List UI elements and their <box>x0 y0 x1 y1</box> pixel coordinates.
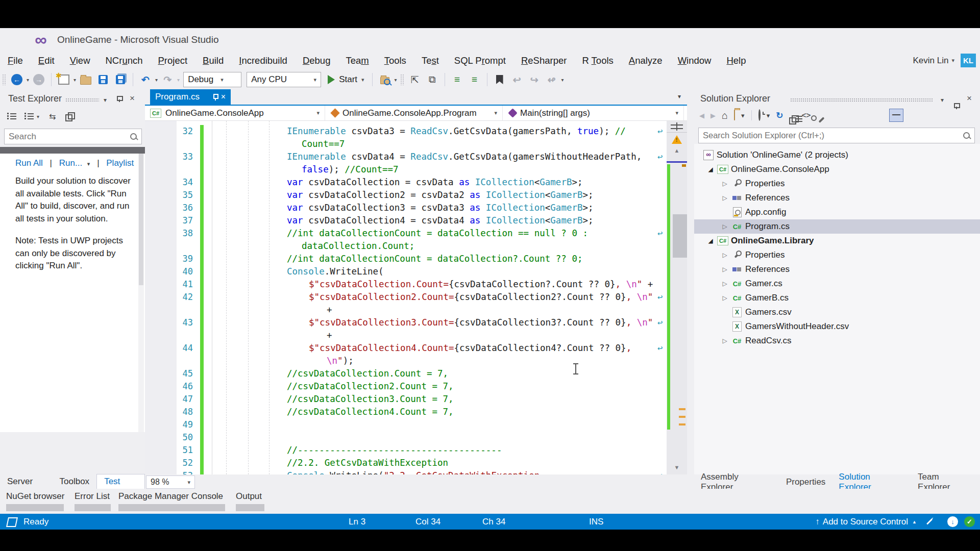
solution-platform-dropdown[interactable]: Any CPU▾ <box>247 72 321 87</box>
menu-help[interactable]: Help <box>719 51 753 70</box>
code-line-45[interactable]: 45//csvDataCollection.Count = 7, <box>145 367 667 380</box>
menu-debug[interactable]: Debug <box>295 51 338 70</box>
filter-dropdown-icon[interactable]: ▾ <box>767 112 770 119</box>
open-file-button[interactable] <box>80 73 92 86</box>
menu-team[interactable]: Team <box>338 51 376 70</box>
menu-project[interactable]: Project <box>151 51 195 70</box>
solution-configuration-dropdown[interactable]: Debug▾ <box>183 72 241 87</box>
code-line-53[interactable]: 53Console.WriteLine("2.2. GetCsvDataWith… <box>145 469 667 474</box>
code-line-40[interactable]: 40Console.WriteLine( <box>145 265 667 278</box>
view-code-button[interactable]: <> <box>801 111 811 120</box>
split-window-handle[interactable] <box>667 122 687 133</box>
redo-button[interactable]: ↷ <box>161 73 174 86</box>
menu-incredibuild[interactable]: Incredibuild <box>231 51 295 70</box>
start-debug-button[interactable]: Start ▾ <box>328 74 364 85</box>
menu-ncrunch[interactable]: NCrunch <box>98 51 151 70</box>
menu-tools[interactable]: Tools <box>377 51 414 70</box>
code-line-37[interactable]: 37var csvDataCollection4 = csvData4 as I… <box>145 214 667 227</box>
user-avatar[interactable]: KL <box>961 54 976 67</box>
expander-collapsed-icon[interactable]: ▷ <box>719 223 731 230</box>
toggle-bookmark-button[interactable] <box>494 73 506 86</box>
notifications-icon[interactable]: ↓ <box>947 516 958 527</box>
find-in-files-button[interactable] <box>379 73 391 86</box>
scrollbar-thumb[interactable] <box>139 154 143 285</box>
test-explorer-windows-button[interactable] <box>65 110 74 123</box>
switch-views-dropdown-icon[interactable]: ▾ <box>741 112 745 119</box>
playlist-link[interactable]: Playlist : All <box>106 158 137 168</box>
code-line-48[interactable]: 48//csvDataCollection4.Count = 7, <box>145 406 667 418</box>
code-line-47[interactable]: 47//csvDataCollection3.Count = 7, <box>145 393 667 406</box>
run-link[interactable]: Run... <box>59 158 82 168</box>
menu-edit[interactable]: Edit <box>31 51 62 70</box>
code-line-43[interactable]: 43$"csvDataCollection3.Count={csvDataCol… <box>145 316 667 329</box>
tree-item-readcsv-cs[interactable]: ▷C#ReadCsv.cs <box>694 334 980 348</box>
project-dropdown[interactable]: C# OnlineGame.ConsoleApp ▾ <box>145 106 325 120</box>
code-line-50[interactable]: 50 <box>145 431 667 444</box>
sync-status-icon[interactable]: ✓ <box>964 516 975 527</box>
code-line-wrap[interactable]: dataCollection.Count; <box>145 240 667 253</box>
menu-window[interactable]: Window <box>670 51 719 70</box>
solution-explorer-drag-dots[interactable] <box>790 98 933 102</box>
solution-explorer-close-icon[interactable]: × <box>967 95 972 102</box>
navigate-forward-button[interactable]: → <box>33 73 45 86</box>
forward-button[interactable]: ▶ <box>710 112 716 119</box>
scroll-up-icon[interactable]: ▲ <box>667 147 687 154</box>
expander-collapsed-icon[interactable]: ▷ <box>719 180 731 187</box>
code-line-34[interactable]: 34var csvDataCollection = csvData as ICo… <box>145 176 667 189</box>
tab-properties[interactable]: Properties <box>779 477 832 487</box>
save-all-button[interactable] <box>114 73 127 86</box>
code-line-41[interactable]: 41$"csvDataCollection.Count={csvDataColl… <box>145 278 667 291</box>
expander-collapsed-icon[interactable]: ▷ <box>719 337 731 344</box>
code-line-wrap[interactable]: + <box>145 329 667 342</box>
tree-item-properties[interactable]: ▷Properties <box>694 248 980 262</box>
select-in-solution-explorer-button[interactable]: ⇱ <box>409 73 421 86</box>
tab-output[interactable]: Output <box>236 491 262 502</box>
code-line-wrap[interactable]: false); //Count==7 <box>145 163 667 176</box>
clear-bookmarks-button[interactable]: ↫ <box>546 73 558 86</box>
test-explorer-drag-dots[interactable] <box>65 98 99 102</box>
test-explorer-group-by-project-button[interactable]: ▾ <box>24 110 40 123</box>
tab-toolbox[interactable]: Toolbox <box>53 474 97 489</box>
expander-collapsed-icon[interactable]: ▷ <box>719 266 731 273</box>
tab-test-ex[interactable]: Test Ex... <box>96 474 145 489</box>
code-line-44[interactable]: 44$"csvDataCollection4.Count={csvDataCol… <box>145 342 667 355</box>
run-dropdown-icon[interactable]: ▾ <box>87 161 90 167</box>
test-explorer-group-by-button[interactable] <box>7 110 16 123</box>
source-control-dropdown-icon[interactable]: ▲ <box>912 519 917 524</box>
code-editor[interactable]: 32IEnumerable csvData3 = ReadCsv.GetCsvD… <box>145 121 687 474</box>
test-explorer-menu-dropdown-icon[interactable]: ▾ <box>104 96 107 104</box>
redo-dropdown-icon[interactable]: ▾ <box>177 77 180 83</box>
switch-views-button[interactable] <box>734 110 735 120</box>
previous-bookmark-button[interactable]: ↩ <box>511 73 523 86</box>
tab-nuget-browser[interactable]: NuGet browser <box>6 491 64 502</box>
tree-item-gamerswithoutheader-csv[interactable]: XGamersWithoutHeader.csv <box>694 319 980 334</box>
tree-item-gamer-cs[interactable]: ▷C#Gamer.cs <box>694 277 980 291</box>
code-line-51[interactable]: 51//------------------------------------… <box>145 444 667 457</box>
start-dropdown-icon[interactable]: ▾ <box>361 77 364 83</box>
publish-icon[interactable] <box>926 518 933 524</box>
tab-program-cs[interactable]: Program.cs × <box>150 89 231 105</box>
test-explorer-pin-icon[interactable] <box>116 95 122 102</box>
user-name[interactable]: Kevin Lin <box>913 56 949 66</box>
code-line-42[interactable]: 42$"csvDataCollection2.Count={csvDataCol… <box>145 291 667 304</box>
tree-item-gamerb-cs[interactable]: ▷C#GamerB.cs <box>694 291 980 305</box>
toolbar-grip[interactable] <box>400 74 404 85</box>
user-dropdown-icon[interactable]: ▾ <box>951 57 954 64</box>
editor-zoom-dropdown[interactable]: 98 % ▾ <box>146 475 195 489</box>
back-button[interactable]: ◀ <box>699 112 704 119</box>
menu-analyze[interactable]: Analyze <box>621 51 670 70</box>
solution-explorer-search-input[interactable] <box>699 131 962 140</box>
menu-file[interactable]: File <box>0 51 31 70</box>
pin-icon[interactable] <box>213 93 218 101</box>
code-line-39[interactable]: 39//int dataCollectionCount = dataCollec… <box>145 253 667 265</box>
tree-item-gamers-csv[interactable]: XGamers.csv <box>694 305 980 319</box>
tab-error-list[interactable]: Error List <box>75 491 110 502</box>
scroll-down-icon[interactable]: ▼ <box>667 464 687 470</box>
type-dropdown[interactable]: OnlineGame.ConsoleApp.Program ▾ <box>325 106 503 120</box>
tree-item-app-config[interactable]: App.config <box>694 205 980 219</box>
member-dropdown[interactable]: Main(string[] args) ▾ <box>503 106 684 120</box>
next-bookmark-button[interactable]: ↪ <box>528 73 541 86</box>
tab-close-icon[interactable]: × <box>221 92 226 102</box>
toolbar-grip[interactable] <box>2 74 6 85</box>
document-list-dropdown-icon[interactable]: ▾ <box>678 93 681 100</box>
